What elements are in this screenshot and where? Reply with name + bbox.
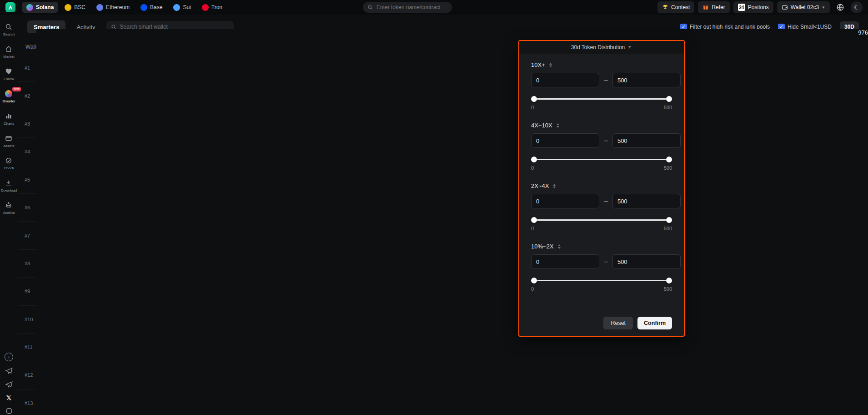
sidebar-label: Market <box>3 55 14 59</box>
sidebar-item-smarter[interactable]: Smarter new <box>2 90 15 103</box>
trophy-icon <box>662 4 668 10</box>
chain-tab[interactable]: Tron <box>197 2 227 13</box>
chain-tab[interactable]: Ethereum <box>92 2 134 13</box>
telegram-icon[interactable] <box>5 367 13 375</box>
sidebar-item-download[interactable]: Download <box>1 179 17 192</box>
sidebar-label: Follow <box>4 77 14 81</box>
sidebar-label: Smarter <box>2 99 15 103</box>
moon-icon: ☾ <box>854 4 859 11</box>
avebot-icon <box>5 201 13 209</box>
range-max-input[interactable] <box>612 133 681 148</box>
reset-button[interactable]: Reset <box>603 317 633 329</box>
range-dash: – <box>604 76 608 84</box>
sidebar-item-check[interactable]: Check <box>4 157 14 170</box>
charts-icon <box>5 112 13 120</box>
txns-value: 976 <box>36 29 868 414</box>
plus-circle-icon[interactable]: + <box>5 353 13 361</box>
chain-tab[interactable]: Solana <box>22 2 58 13</box>
range-slider[interactable] <box>532 96 671 102</box>
filter-funnel-icon <box>627 45 632 50</box>
chain-label: Tron <box>211 4 222 10</box>
range-min-input[interactable] <box>531 254 599 269</box>
sort-icon[interactable] <box>558 244 561 249</box>
scale-max-label: 500 <box>664 286 672 292</box>
contest-label: Contest <box>671 4 690 10</box>
positions-button[interactable]: 24 Positons <box>733 1 773 13</box>
positions-label: Positons <box>748 4 769 10</box>
range-min-input[interactable] <box>531 194 599 208</box>
table-row: #13 *zu8gN ♥ ✎ $7,118,836 101.5% $14.76M… <box>18 390 868 415</box>
scale-max-label: 500 <box>664 226 672 231</box>
sidebar-item-avebot[interactable]: AveBot <box>3 201 15 215</box>
contest-button[interactable]: Contest <box>657 1 694 13</box>
chain-label: Sui <box>183 4 191 10</box>
slider-handle-min[interactable] <box>531 217 537 223</box>
rank-label: #10 <box>25 317 35 322</box>
filter-group-label: 2X~4X <box>531 182 549 189</box>
scale-max-label: 500 <box>664 165 672 171</box>
rank-label: #8 <box>25 261 35 266</box>
confirm-button[interactable]: Confirm <box>637 317 672 329</box>
slider-handle-min[interactable] <box>531 157 537 162</box>
chain-tab[interactable]: BSC <box>60 2 90 13</box>
slider-handle-max[interactable] <box>666 157 672 162</box>
sort-icon[interactable] <box>553 184 556 188</box>
chain-tab[interactable]: Base <box>136 2 167 13</box>
community-icon[interactable] <box>5 407 13 415</box>
txns-cell: 976 755/221 <box>255 400 316 406</box>
rank-label: #3 <box>25 121 35 127</box>
chain-label: BSC <box>74 4 85 10</box>
range-min-input[interactable] <box>531 73 599 87</box>
range-slider[interactable] <box>532 277 671 283</box>
token-search-input[interactable] <box>376 4 447 11</box>
range-max-input[interactable] <box>612 254 681 269</box>
sidebar-label: Charts <box>4 121 15 126</box>
refer-label: Refer <box>712 4 725 10</box>
filter-group-label: 10%~2X <box>531 243 554 250</box>
sort-icon[interactable] <box>549 63 552 67</box>
sidebar-item-search[interactable]: Search <box>3 23 15 36</box>
token-search[interactable] <box>363 2 452 13</box>
slider-handle-max[interactable] <box>666 217 672 223</box>
sidebar-item-charts[interactable]: Charts <box>4 112 15 126</box>
theme-toggle[interactable]: ☾ <box>851 1 863 13</box>
slider-handle-max[interactable] <box>666 96 672 102</box>
solana-icon <box>26 4 33 11</box>
sidebar-item-assets[interactable]: Assets <box>3 134 14 148</box>
sidebar-item-market[interactable]: Market <box>3 45 14 59</box>
app-logo[interactable] <box>5 2 15 12</box>
slider-handle-min[interactable] <box>531 278 537 283</box>
rank-label: #9 <box>25 288 35 294</box>
filter-group: 2X~4X – 0 500 <box>531 182 672 231</box>
wallet-button[interactable]: Wallet 02c3 ▼ <box>777 1 830 13</box>
chain-tab[interactable]: Sui <box>169 2 195 13</box>
bsc-icon <box>65 4 71 11</box>
range-slider[interactable] <box>532 156 671 162</box>
sui-icon <box>173 4 180 11</box>
slider-handle-max[interactable] <box>666 278 672 283</box>
assets-icon <box>5 134 13 142</box>
range-max-input[interactable] <box>612 194 681 208</box>
scale-min-label: 0 <box>531 105 534 110</box>
rank-label: #7 <box>25 233 35 238</box>
rank-label: #5 <box>25 177 35 182</box>
language-button[interactable] <box>833 3 847 12</box>
x-twitter-icon[interactable]: 𝕏 <box>6 394 11 401</box>
sidebar-item-follow[interactable]: Follow <box>4 67 14 81</box>
sidebar: Search Market Follow Smarter new Charts … <box>0 15 18 415</box>
sort-icon[interactable] <box>557 123 559 128</box>
rank-label: #13 <box>25 400 35 406</box>
positions-count-badge: 24 <box>738 4 745 11</box>
refer-button[interactable]: Refer <box>698 1 729 13</box>
filter-group-label: 10X+ <box>531 61 545 68</box>
rank-label: #4 <box>25 149 35 154</box>
range-min-input[interactable] <box>531 133 599 148</box>
telegram-channel-icon[interactable] <box>5 380 13 389</box>
smarter-icon <box>5 90 13 97</box>
range-dash: – <box>604 258 608 266</box>
rank-label: #11 <box>25 344 35 350</box>
chain-tabs: Solana BSC Ethereum Base Sui Tron <box>22 2 227 13</box>
range-max-input[interactable] <box>612 73 681 87</box>
slider-handle-min[interactable] <box>531 96 537 102</box>
range-slider[interactable] <box>532 217 671 223</box>
